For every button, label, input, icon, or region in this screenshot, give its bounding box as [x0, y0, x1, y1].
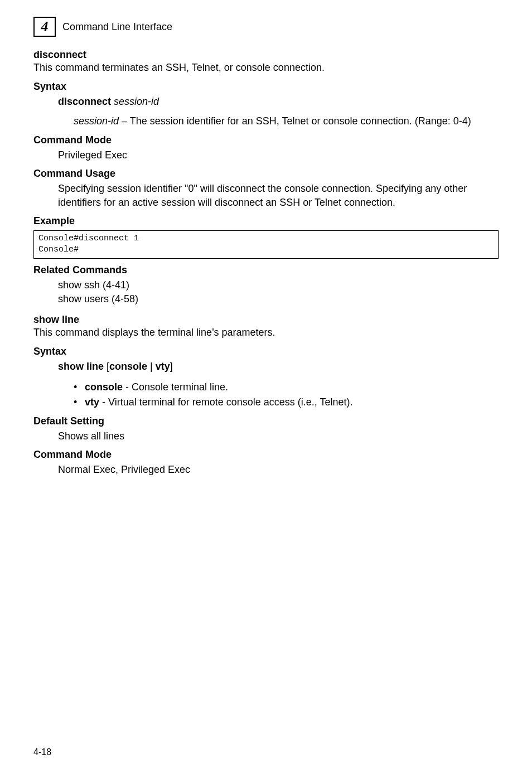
- option-name: vty: [85, 396, 99, 408]
- option-name: console: [85, 381, 123, 393]
- page-number: 4-18: [33, 747, 51, 757]
- syntax-heading: Syntax: [33, 346, 499, 357]
- option-text: - Console terminal line.: [123, 381, 228, 393]
- param-name: session-id: [74, 115, 119, 127]
- list-item: console - Console terminal line.: [74, 380, 499, 395]
- command-usage-text: Specifying session identifier "0" will d…: [33, 182, 499, 210]
- example-heading: Example: [33, 215, 499, 227]
- page-title: Command Line Interface: [62, 21, 172, 33]
- syntax-bracket: ]: [170, 361, 173, 372]
- default-setting-text: Shows all lines: [33, 429, 499, 443]
- page-header: 4 Command Line Interface: [33, 17, 499, 37]
- list-item: vty - Virtual terminal for remote consol…: [74, 395, 499, 410]
- command-title-disconnect: disconnect: [33, 49, 499, 61]
- command-description: This command terminates an SSH, Telnet, …: [33, 61, 499, 74]
- command-mode-text: Normal Exec, Privileged Exec: [33, 463, 499, 477]
- related-command-2: show users (4-58): [33, 292, 499, 306]
- command-mode-heading: Command Mode: [33, 134, 499, 146]
- related-commands-heading: Related Commands: [33, 264, 499, 276]
- syntax-pipe: |: [147, 361, 156, 372]
- syntax-line: show line [console | vty]: [33, 360, 499, 374]
- chapter-number-box: 4: [33, 17, 56, 37]
- syntax-line: disconnect session-id: [33, 95, 499, 109]
- syntax-option: console: [109, 361, 147, 372]
- syntax-param: session-id: [114, 96, 159, 107]
- option-list: console - Console terminal line. vty - V…: [33, 380, 499, 410]
- default-setting-heading: Default Setting: [33, 415, 499, 427]
- option-text: - Virtual terminal for remote console ac…: [99, 396, 353, 408]
- syntax-heading: Syntax: [33, 81, 499, 93]
- related-command-1: show ssh (4-41): [33, 278, 499, 292]
- command-usage-heading: Command Usage: [33, 168, 499, 180]
- example-code-block: Console#disconnect 1 Console#: [33, 230, 499, 259]
- syntax-option: vty: [156, 361, 170, 372]
- command-title-showline: show line: [33, 314, 499, 326]
- syntax-bracket: [: [104, 361, 109, 372]
- command-mode-heading: Command Mode: [33, 449, 499, 461]
- command-description: This command displays the terminal line'…: [33, 326, 499, 339]
- param-text: – The session identifier for an SSH, Tel…: [119, 115, 471, 127]
- command-mode-text: Privileged Exec: [33, 148, 499, 162]
- syntax-keyword: disconnect: [58, 96, 111, 107]
- syntax-keyword: show line: [58, 361, 104, 372]
- param-description: session-id – The session identifier for …: [33, 114, 499, 128]
